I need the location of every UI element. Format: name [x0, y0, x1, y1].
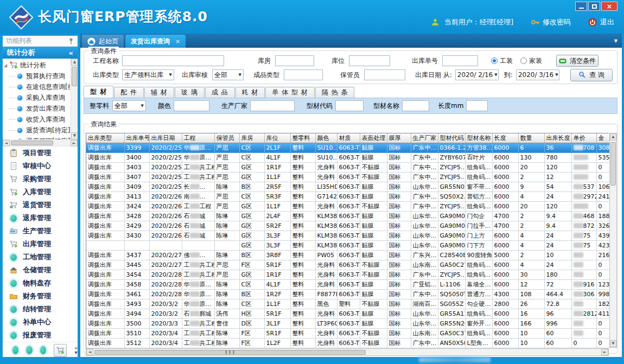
manufacturer-input[interactable]	[250, 100, 295, 111]
table-row[interactable]: 调拨出库34452020/2/27工共工程严思F区5R1F整料光身料6063-T…	[86, 260, 609, 270]
cart-module-button[interactable]	[54, 344, 66, 357]
material-tab[interactable]: 成 品	[205, 87, 235, 98]
material-tab[interactable]: 单 体 型 材	[265, 87, 314, 98]
column-header[interactable]: 库房	[239, 133, 264, 143]
tree-root-statistics[interactable]: ◢统计分析	[4, 60, 70, 71]
color-input[interactable]	[174, 100, 209, 111]
column-header[interactable]: 型材名称	[465, 133, 492, 143]
length-input[interactable]	[466, 100, 488, 111]
tree-scroll-thumb[interactable]	[72, 67, 77, 86]
table-hscroll-thumb[interactable]: ❚❚❚	[94, 350, 366, 355]
material-tab[interactable]: 耗 材	[235, 87, 265, 98]
sidebar-module[interactable]: 补单中心	[3, 316, 78, 329]
column-header[interactable]: 数量	[518, 133, 544, 143]
tab-shipment-outbound-query[interactable]: 发货出库查询 ×	[125, 35, 186, 48]
radio-gongzhuang[interactable]	[491, 58, 498, 64]
pin-icon[interactable]	[68, 37, 74, 45]
column-header[interactable]: 长度	[492, 133, 518, 143]
scroll-down-icon[interactable]: ▼	[71, 132, 78, 139]
table-row[interactable]: G区3L3F整料KLM38176063-T5贴膜国标山东华…GA90M09.门下…	[86, 240, 609, 250]
sidebar-module[interactable]: 仓储管理	[3, 264, 78, 277]
table-row[interactable]: 调拨出库34372020/2/27佛…陈琳B区3R8F整料PW056063-T5…	[86, 250, 609, 260]
scroll-left-icon[interactable]: ◄	[86, 349, 93, 355]
sidebar-module[interactable]: 生产管理	[3, 225, 78, 238]
column-header[interactable]: 整零料	[290, 133, 315, 143]
column-header[interactable]: 颜色	[315, 133, 337, 143]
tab-list-dropdown-icon[interactable]: ▼	[614, 39, 617, 43]
minimize-button[interactable]	[575, 2, 587, 11]
sidebar-module[interactable]: 项目管理	[3, 146, 78, 159]
tree-item[interactable]: 退货查询[待定]	[4, 125, 70, 136]
sidebar-module[interactable]: 工地管理	[3, 251, 78, 264]
scroll-right-icon[interactable]: ►	[601, 349, 608, 355]
table-row[interactable]: 调拨出库34092020/2/25长…陈琳B区2R5F整料LI35HD6063-…	[86, 182, 609, 191]
tab-home[interactable]: 起始页	[82, 35, 124, 48]
date-from-select[interactable]: 2020/ 2/16▼	[455, 69, 499, 80]
warehouse-input[interactable]	[275, 55, 314, 66]
module-circle-icon[interactable]	[26, 346, 32, 354]
column-header[interactable]: 出库类型	[86, 133, 124, 143]
tree-item[interactable]: 发货出库查询	[4, 103, 70, 114]
table-row[interactable]: 调拨出库34542020/2/28工共工程严思G区1R1F整料光身料6063-T…	[86, 270, 609, 279]
profile-code-input[interactable]	[335, 100, 364, 111]
sidebar-module[interactable]: 结转管理	[3, 303, 78, 316]
material-tab[interactable]: 玻 璃	[175, 87, 205, 98]
more-modules-button[interactable]: »▾	[74, 346, 78, 355]
table-row[interactable]: 调拨出库34292020/2/26石城陈琳G区5R2F整料KLM38176063…	[86, 221, 609, 231]
column-header[interactable]: 保管员	[214, 133, 239, 143]
maximize-button[interactable]	[588, 2, 600, 11]
tree-item[interactable]: 预算执行查询	[4, 71, 70, 81]
scroll-down-icon[interactable]: ▼	[610, 340, 616, 347]
table-row[interactable]: 调拨出库34002020/2/25华原…严思C区4L1F整料SU10…6063-…	[86, 152, 609, 162]
column-header[interactable]: 型材代码	[438, 133, 465, 143]
column-header[interactable]: 表面处理	[360, 133, 387, 143]
table-row[interactable]: 调拨出库34612020/2/28华原…陈琳B区1R2F整料F8877FT606…	[86, 289, 609, 299]
table-row[interactable]: 调拨出库34942020/3/2石辉城汤伟H区5R1F整料光身料6063-T5贴…	[86, 309, 609, 318]
sidebar-module[interactable]: 退货管理	[3, 199, 78, 212]
tree-hscroll-thumb[interactable]	[11, 141, 53, 145]
date-to-select[interactable]: 2020/ 3/16▼	[516, 69, 559, 80]
column-header[interactable]: 出库日期	[149, 133, 182, 143]
keeper-input[interactable]	[364, 69, 405, 80]
scroll-left-icon[interactable]: ◄	[3, 140, 10, 146]
sidebar-module[interactable]: 采购管理	[3, 173, 78, 186]
table-row[interactable]: 调拨出库35122020/3/4工共工程陈琳F区1L2F整料光身料6063-T5…	[86, 338, 609, 348]
table-row[interactable]: 调拨出库33992020/2/25华原…严思C区2L1F整料SU10…6063-…	[86, 143, 609, 152]
whole-part-select[interactable]: 全部▼	[112, 100, 146, 111]
material-tab[interactable]: 型 材	[84, 86, 113, 98]
module-circle-icon[interactable]	[12, 346, 18, 354]
location-input[interactable]	[349, 55, 390, 66]
tree-expander-icon[interactable]: ◢	[4, 63, 9, 68]
sidebar-module[interactable]: 退库管理	[3, 212, 78, 225]
tree-horizontal-scrollbar[interactable]: ◄ ►	[3, 140, 78, 146]
sidebar-module[interactable]: 审核中心	[3, 159, 78, 173]
column-header[interactable]: 出库长度	[544, 133, 571, 143]
sidebar-module[interactable]: 报废管理	[3, 329, 78, 342]
sidebar-module[interactable]: 入库管理	[3, 186, 78, 199]
change-password-button[interactable]: 修改密码	[531, 17, 571, 27]
table-horizontal-scrollbar[interactable]: ◄ ❚❚❚ ►	[86, 348, 609, 356]
column-header[interactable]: 生产厂家	[411, 133, 438, 143]
column-header[interactable]: 出库单号	[124, 133, 149, 143]
table-scroll-thumb[interactable]	[610, 142, 616, 186]
tree-vertical-scrollbar[interactable]: ▲ ▼	[71, 59, 78, 139]
outbound-type-select[interactable]: 生产领料出库▼	[122, 69, 174, 80]
table-row[interactable]: 调拨出库34132020/2/26南…严思C区5R3F整料G714226063-…	[86, 191, 609, 201]
module-circle-icon[interactable]	[40, 346, 46, 354]
column-header[interactable]: 膜厚	[387, 133, 411, 143]
column-header[interactable]: 金	[596, 133, 609, 143]
tree-item[interactable]: 在途信息查询[待	[4, 81, 70, 92]
table-row[interactable]: 调拨出库35102020/3/4工共工程陈琳F区5R1F整料光身料6063-T5…	[86, 328, 609, 338]
tree-item[interactable]: 收货入库查询	[4, 114, 70, 125]
radio-jiazhuang[interactable]	[520, 58, 527, 64]
column-header[interactable]: 材质	[337, 133, 360, 143]
project-name-input[interactable]	[122, 55, 224, 66]
product-type-input[interactable]	[284, 69, 323, 80]
sidebar-module[interactable]: 财务管理	[3, 290, 78, 303]
table-row[interactable]: 调拨出库35002020/3/3工共工程曹佳D区3L1F整料LT3P606063…	[86, 318, 609, 328]
table-row[interactable]: 调拨出库34242020/2/26工工程严思G区1L1F整料光身料6063-T5…	[86, 201, 609, 211]
profile-name-input[interactable]	[402, 100, 429, 111]
sidebar-module[interactable]: 出库管理	[3, 238, 78, 251]
clear-conditions-button[interactable]: 清空条件	[556, 55, 598, 67]
search-button[interactable]: 查 询	[570, 69, 613, 81]
